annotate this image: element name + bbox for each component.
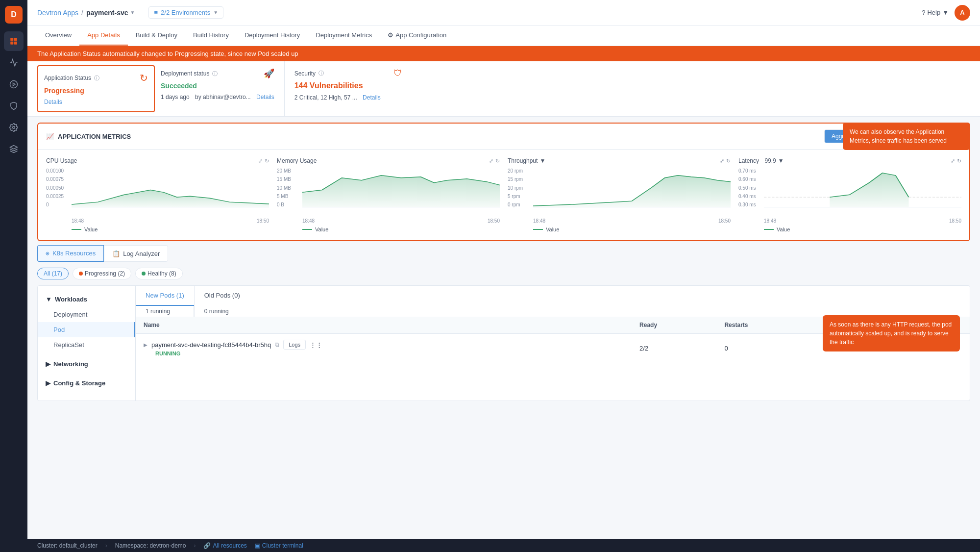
sidebar-icon-layers[interactable]: [4, 139, 24, 159]
workload-replicaset[interactable]: ReplicaSet: [38, 337, 135, 352]
deploy-status-info-icon[interactable]: ⓘ: [212, 70, 218, 77]
status-cards: Application Status ⓘ ↻ Progressing Detai…: [27, 61, 980, 117]
workload-deployment[interactable]: Deployment: [38, 307, 135, 322]
k8s-icon: ⎈: [46, 250, 49, 257]
alert-banner: The Application Status automatically cha…: [27, 46, 980, 61]
tab-build-deploy[interactable]: Build & Deploy: [128, 25, 185, 46]
user-avatar[interactable]: A: [955, 5, 970, 21]
gear-icon: ⚙: [388, 31, 393, 39]
tab-overview[interactable]: Overview: [37, 25, 79, 46]
pods-tabs-row: New Pods (1) 1 running Old Pods (0) 0 ru…: [136, 286, 970, 317]
memory-expand-icon[interactable]: ⤢: [489, 158, 493, 164]
cpu-refresh-icon[interactable]: ↻: [265, 158, 269, 164]
config-storage-header[interactable]: ▶ Config & Storage: [38, 376, 135, 391]
pod-logs-button[interactable]: Logs: [283, 340, 306, 350]
security-shield-icon: 🛡: [393, 68, 402, 78]
memory-refresh-icon[interactable]: ↻: [495, 158, 500, 164]
tab-deployment-metrics[interactable]: Deployment Metrics: [308, 25, 380, 46]
breadcrumb-org[interactable]: Devtron Apps: [37, 9, 78, 17]
deploy-status-header: Deployment status ⓘ 🚀: [161, 68, 274, 79]
new-pods-section: New Pods (1) 1 running: [136, 286, 195, 317]
header: Devtron Apps / payment-svc ▼ ≡ 2/2 Envir…: [27, 0, 980, 25]
status-bar: Cluster: default_cluster › Namespace: de…: [27, 539, 980, 552]
help-button[interactable]: ? Help ▼: [922, 9, 949, 16]
old-pods-tab[interactable]: Old Pods (0): [195, 286, 250, 306]
filter-progressing[interactable]: Progressing (2): [73, 268, 131, 279]
workloads-header[interactable]: ▼ Workloads: [38, 292, 135, 307]
col-name: Name: [136, 317, 632, 334]
svg-point-6: [13, 126, 15, 129]
config-chevron-icon: ▶: [46, 379, 50, 387]
old-pods-section: Old Pods (0) 0 running: [195, 286, 250, 317]
cpu-chart: CPU Usage ⤢ ↻ 0.001000.000750.000500.000…: [46, 157, 269, 232]
new-pods-tab[interactable]: New Pods (1): [136, 286, 194, 306]
workloads-container: ▼ Workloads Deployment Pod ReplicaSet ▶ …: [37, 285, 970, 401]
deploy-details-link[interactable]: Details: [256, 94, 274, 100]
tab-deployment-history[interactable]: Deployment History: [237, 25, 308, 46]
metrics-title-text: APPLICATION METRICS: [58, 133, 131, 140]
old-pods-running: 0 running: [195, 306, 250, 317]
pod-more-icon: ⋮⋮: [310, 341, 322, 349]
pods-tooltip: As soon as there is any HTTP request, th…: [823, 315, 960, 351]
security-details-link[interactable]: Details: [363, 94, 381, 101]
tab-build-history[interactable]: Build History: [185, 25, 237, 46]
healthy-dot: [142, 272, 146, 276]
log-icon: 📋: [112, 250, 120, 257]
throughput-refresh-icon[interactable]: ↻: [726, 158, 731, 164]
progressing-dot: [79, 272, 83, 276]
env-selector[interactable]: ≡ 2/2 Environments ▼: [148, 6, 223, 19]
throughput-expand-icon[interactable]: ⤢: [720, 158, 724, 164]
service-dropdown-icon[interactable]: ▼: [130, 10, 135, 15]
tab-app-details[interactable]: App Details: [79, 25, 127, 46]
status-cluster-terminal[interactable]: ▣ Cluster terminal: [255, 542, 303, 549]
networking-header[interactable]: ▶ Networking: [38, 356, 135, 372]
terminal-icon: ▣: [255, 542, 260, 549]
svg-rect-3: [14, 42, 17, 45]
latency-expand-icon[interactable]: ⤢: [951, 158, 955, 164]
security-header: Security ⓘ 🛡: [294, 68, 402, 78]
app-status-info-icon[interactable]: ⓘ: [94, 75, 99, 82]
metrics-chart-icon: 📈: [46, 133, 54, 140]
latency-refresh-icon[interactable]: ↻: [957, 158, 961, 164]
k8s-tabs: ⎈ K8s Resources 📋 Log Analyzer: [37, 245, 970, 262]
workloads-section: ▼ Workloads Deployment Pod ReplicaSet: [38, 292, 135, 352]
resources-icon: 🔗: [203, 542, 211, 549]
svg-point-4: [10, 81, 18, 88]
sidebar-icon-security[interactable]: [4, 96, 24, 116]
metrics-tooltip: We can also observe the Application Metr…: [843, 123, 970, 150]
env-count: 2/2 Environments: [161, 9, 210, 16]
k8s-section: ⎈ K8s Resources 📋 Log Analyzer All (17) …: [37, 245, 970, 401]
logo[interactable]: D: [5, 6, 23, 24]
svg-rect-2: [10, 42, 13, 45]
log-analyzer-tab[interactable]: 📋 Log Analyzer: [104, 245, 168, 262]
pod-expand-icon[interactable]: ▶: [144, 342, 147, 348]
col-ready: Ready: [632, 317, 716, 334]
latency-chart-title: Latency 99.9 ▼: [738, 157, 784, 164]
app-status-details-link[interactable]: Details: [44, 99, 62, 105]
sidebar-icon-build[interactable]: [4, 75, 24, 94]
pods-area: As soon as there is any HTTP request, th…: [136, 286, 970, 401]
sidebar-icon-apps[interactable]: [4, 31, 24, 51]
sidebar: D: [0, 0, 27, 552]
svg-rect-0: [10, 38, 13, 41]
security-value: 144 Vulnerabilities: [294, 81, 402, 90]
security-info-icon[interactable]: ⓘ: [318, 70, 324, 77]
security-title: Security: [294, 70, 316, 77]
nav-tabs: Overview App Details Build & Deploy Buil…: [27, 25, 980, 46]
app-status-spinning-icon: ↻: [140, 72, 148, 84]
filter-all[interactable]: All (17): [37, 268, 69, 279]
pod-copy-button[interactable]: ⧉: [275, 341, 279, 348]
filter-healthy[interactable]: Healthy (8): [135, 268, 183, 279]
deploy-status-value: Succeeded: [161, 82, 274, 90]
breadcrumb: Devtron Apps / payment-svc ▼: [37, 9, 135, 17]
tab-app-configuration[interactable]: ⚙ App Configuration: [380, 25, 454, 46]
sidebar-icon-chart[interactable]: [4, 53, 24, 73]
pod-restarts: 0: [716, 334, 816, 363]
pod-ready: 2/2: [632, 334, 716, 363]
k8s-resources-tab[interactable]: ⎈ K8s Resources: [37, 245, 104, 262]
status-all-resources[interactable]: 🔗 All resources: [203, 542, 246, 549]
cpu-expand-icon[interactable]: ⤢: [258, 158, 263, 164]
app-status-title: Application Status: [44, 75, 91, 81]
workload-pod[interactable]: Pod: [38, 322, 135, 337]
sidebar-icon-settings[interactable]: [4, 118, 24, 137]
